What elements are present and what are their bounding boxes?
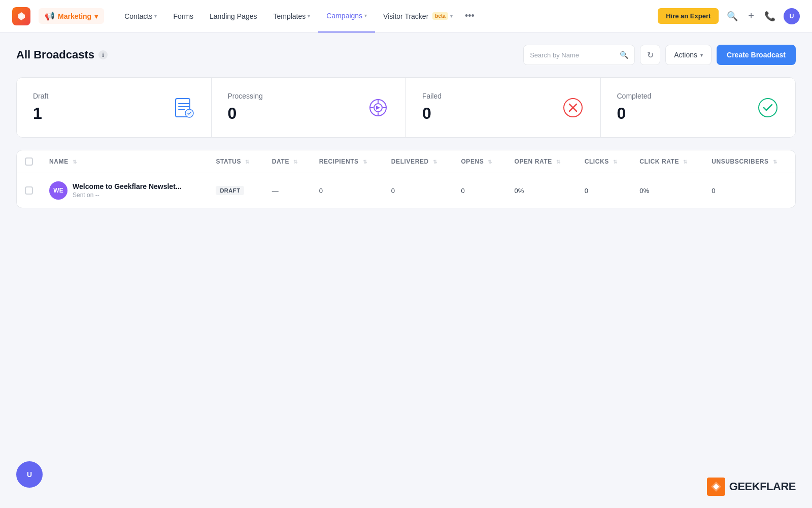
failed-icon (560, 94, 586, 121)
broadcasts-table-container: NAME ⇅ STATUS ⇅ DATE ⇅ RECIPIENTS ⇅ (16, 150, 796, 208)
megaphone-icon: 📢 (45, 11, 55, 21)
row-unsubscribers-cell: 0 (703, 173, 795, 208)
col-click-rate[interactable]: CLICK RATE ⇅ (631, 150, 703, 173)
info-icon[interactable]: ℹ (98, 50, 108, 59)
marketing-label: Marketing (58, 12, 91, 20)
col-opens[interactable]: OPENS ⇅ (453, 150, 506, 173)
nav-visitor-tracker[interactable]: Visitor Tracker beta ▾ (375, 0, 461, 33)
search-button[interactable]: 🔍 (725, 9, 740, 24)
chevron-down-icon: ▾ (308, 13, 310, 19)
nav-campaigns[interactable]: Campaigns ▾ (318, 0, 375, 33)
plus-icon: + (748, 10, 754, 22)
geekflare-text: GEEKFLARE (729, 480, 796, 493)
nav-right: Hire an Expert 🔍 + 📞 U (658, 8, 800, 24)
broadcast-name-info: Welcome to Geekflare Newslet... Sent on … (73, 182, 182, 199)
table-row: WE Welcome to Geekflare Newslet... Sent … (17, 173, 795, 208)
watermark: GEEKFLARE (707, 478, 796, 496)
col-recipients[interactable]: RECIPIENTS ⇅ (311, 150, 383, 173)
header-actions: 🔍 ↻ Actions ▾ Create Broadcast (523, 45, 796, 65)
search-box: 🔍 (523, 45, 635, 65)
sort-icon: ⇅ (433, 159, 437, 165)
add-button[interactable]: + (746, 8, 756, 24)
stat-completed: Completed 0 (601, 78, 796, 137)
page-header: All Broadcasts ℹ 🔍 ↻ Actions ▾ Create Br… (16, 45, 796, 65)
search-icon: 🔍 (727, 11, 738, 22)
col-open-rate[interactable]: OPEN RATE ⇅ (506, 150, 576, 173)
broadcast-name-container: WE Welcome to Geekflare Newslet... Sent … (49, 181, 199, 200)
col-name[interactable]: NAME ⇅ (41, 150, 208, 173)
row-date-cell: — (264, 173, 311, 208)
row-checkbox[interactable] (25, 186, 33, 195)
search-input[interactable] (530, 51, 616, 59)
nav-contacts[interactable]: Contacts ▾ (116, 0, 165, 33)
col-unsubscribers[interactable]: UNSUBSCRIBERS ⇅ (703, 150, 795, 173)
sort-icon: ⇅ (245, 159, 250, 165)
chevron-down-icon: ▾ (450, 13, 453, 19)
chevron-down-icon: ▾ (364, 13, 367, 18)
sort-icon: ⇅ (613, 159, 618, 165)
row-name-cell: WE Welcome to Geekflare Newslet... Sent … (41, 173, 208, 208)
page-content: All Broadcasts ℹ 🔍 ↻ Actions ▾ Create Br… (0, 33, 812, 220)
phone-button[interactable]: 📞 (762, 9, 777, 24)
user-avatar[interactable]: U (784, 8, 800, 24)
select-all-checkbox[interactable] (25, 157, 33, 166)
nav-templates[interactable]: Templates ▾ (265, 0, 318, 33)
sort-icon: ⇅ (73, 159, 77, 165)
draft-icon (171, 94, 197, 121)
chevron-down-icon: ▾ (700, 52, 703, 58)
sort-icon: ⇅ (556, 159, 561, 165)
create-broadcast-button[interactable]: Create Broadcast (717, 45, 796, 65)
sort-icon: ⇅ (683, 159, 688, 165)
page-title: All Broadcasts (16, 48, 94, 61)
stats-row: Draft 1 Processing 0 (16, 77, 796, 138)
sort-icon: ⇅ (488, 159, 492, 165)
geekflare-icon (707, 478, 725, 496)
col-clicks[interactable]: CLICKS ⇅ (577, 150, 632, 173)
row-select-cell (17, 173, 41, 208)
broadcast-sent-on: Sent on -- (73, 192, 182, 199)
col-status[interactable]: STATUS ⇅ (208, 150, 263, 173)
broadcast-name[interactable]: Welcome to Geekflare Newslet... (73, 182, 182, 190)
completed-icon (755, 94, 781, 121)
row-clicks-cell: 0 (577, 173, 632, 208)
select-all-column (17, 150, 41, 173)
sort-icon: ⇅ (363, 159, 367, 165)
sort-icon: ⇅ (773, 159, 777, 165)
nav-landing-pages[interactable]: Landing Pages (201, 0, 265, 33)
nav-forms[interactable]: Forms (165, 0, 201, 33)
hire-expert-button[interactable]: Hire an Expert (658, 8, 719, 24)
row-status-cell: DRAFT (208, 173, 263, 208)
nav-links: Contacts ▾ Forms Landing Pages Templates… (116, 0, 658, 33)
nav-more-button[interactable]: ••• (461, 11, 479, 21)
actions-button[interactable]: Actions ▾ (665, 45, 712, 65)
processing-icon (365, 94, 391, 121)
row-click-rate-cell: 0% (631, 173, 703, 208)
chevron-down-icon: ▾ (154, 13, 157, 19)
stat-processing: Processing 0 (212, 78, 407, 137)
chevron-down-icon: ▾ (94, 12, 98, 20)
svg-point-5 (759, 99, 777, 117)
logo-icon (12, 7, 30, 25)
top-navigation: 📢 Marketing ▾ Contacts ▾ Forms Landing P… (0, 0, 812, 33)
sort-icon: ⇅ (293, 159, 298, 165)
geekflare-logo: GEEKFLARE (707, 478, 796, 496)
stat-draft: Draft 1 (17, 78, 212, 137)
table-header-row: NAME ⇅ STATUS ⇅ DATE ⇅ RECIPIENTS ⇅ (17, 150, 795, 173)
bottom-avatar[interactable]: U (16, 461, 43, 488)
refresh-button[interactable]: ↻ (640, 45, 660, 65)
logo[interactable] (12, 7, 30, 25)
row-recipients-cell: 0 (311, 173, 383, 208)
search-icon: 🔍 (620, 51, 628, 59)
marketing-button[interactable]: 📢 Marketing ▾ (39, 8, 104, 24)
col-date[interactable]: DATE ⇅ (264, 150, 311, 173)
broadcasts-table: NAME ⇅ STATUS ⇅ DATE ⇅ RECIPIENTS ⇅ (17, 150, 795, 208)
row-open-rate-cell: 0% (506, 173, 576, 208)
status-badge: DRAFT (216, 186, 244, 195)
stat-failed: Failed 0 (406, 78, 601, 137)
row-opens-cell: 0 (453, 173, 506, 208)
col-delivered[interactable]: DELIVERED ⇅ (383, 150, 453, 173)
phone-icon: 📞 (764, 11, 775, 22)
refresh-icon: ↻ (647, 50, 654, 60)
page-title-row: All Broadcasts ℹ (16, 48, 108, 61)
row-delivered-cell: 0 (383, 173, 453, 208)
